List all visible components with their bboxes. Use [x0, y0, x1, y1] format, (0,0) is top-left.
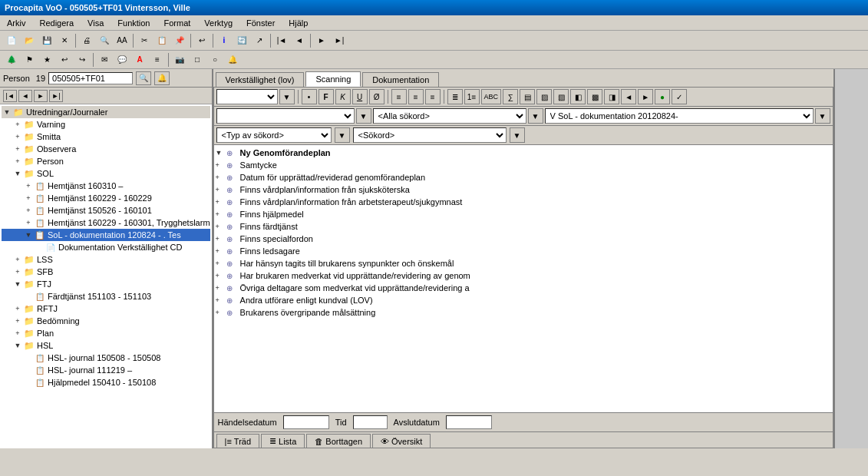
tab-verkstallighet[interactable]: Verkställighet (lov) [216, 72, 305, 87]
tree-hemtjanst4[interactable]: + 📋 Hemtjänst 160229 - 160301, Trygghets… [2, 217, 210, 229]
tb-refresh[interactable]: 🔄 [233, 33, 250, 48]
vsol-arrow[interactable]: ▼ [815, 108, 830, 124]
tree-person[interactable]: + 📁 Person [2, 155, 210, 167]
dt-row-0[interactable]: ▼ ⊕ Ny Genomförandeplan [216, 147, 831, 159]
typ-sokord-select[interactable]: <Typ av sökord> [216, 127, 332, 143]
menu-format[interactable]: Format [160, 17, 195, 29]
format-extra6[interactable]: ▩ [587, 89, 602, 104]
tb-save[interactable]: 💾 [38, 33, 55, 48]
tb2-camera[interactable]: 📷 [171, 52, 188, 68]
person-id[interactable]: 050505+TF01 [48, 72, 133, 84]
dt-row-2[interactable]: + ⊕ Datum för upprättad/reviderad genomf… [216, 171, 831, 183]
tb2-star[interactable]: ★ [38, 52, 55, 68]
sokord-arrow[interactable]: ▼ [510, 127, 525, 143]
format-extra3[interactable]: ▨ [536, 89, 552, 104]
tb2-mail[interactable]: ✉ [96, 52, 113, 68]
dt-row-1[interactable]: + ⊕ Samtycke [216, 159, 831, 171]
tree-ftj[interactable]: ▼ 📁 FTJ [2, 278, 210, 290]
format-arrow-l[interactable]: ◄ [621, 89, 636, 104]
tree-rftj[interactable]: + 📁 RFTJ [2, 302, 210, 315]
align-right[interactable]: ≡ [425, 89, 441, 104]
menu-verktyg[interactable]: Verktyg [200, 17, 236, 29]
tb2-undo2[interactable]: ↩ [56, 52, 73, 68]
format-bullet[interactable]: • [302, 89, 317, 104]
tree-hjalp[interactable]: 📋 Hjälpmedel 150410 - 150108 [2, 376, 210, 388]
dt-row-11[interactable]: + ⊕ Övriga deltagare som medverkat vid u… [216, 282, 831, 294]
format-extra2[interactable]: ▤ [520, 89, 535, 104]
tree-ftj-doc[interactable]: 📋 Färdtjänst 151103 - 151103 [2, 290, 210, 302]
format-strikethrough[interactable]: Ø [369, 89, 384, 104]
format-extra1[interactable]: ∑ [503, 89, 518, 104]
dt-row-12[interactable]: + ⊕ Andra utförare enligt kundval (LOV) [216, 294, 831, 306]
tb2-msg[interactable]: 💬 [114, 52, 130, 68]
tb2-tree[interactable]: 🌲 [3, 52, 20, 68]
format-abc[interactable]: ABC [481, 89, 502, 104]
dt-row-5[interactable]: + ⊕ Finns hjälpmedel [216, 208, 831, 220]
tree-hsl-journal1[interactable]: 📋 HSL- journal 150508 - 150508 [2, 352, 210, 364]
tree-sol-doc[interactable]: ▼ 📋 SoL - dokumentation 120824 - . Tes [2, 229, 210, 241]
tree-smitta[interactable]: + 📁 Smitta [2, 131, 210, 143]
format-italic[interactable]: K [335, 89, 351, 104]
tid-input[interactable] [353, 415, 388, 429]
dt-row-3[interactable]: + ⊕ Finns vårdplan/information från sjuk… [216, 183, 831, 196]
alla-sokord-arrow[interactable]: ▼ [528, 108, 543, 124]
menu-visa[interactable]: Visa [84, 17, 107, 29]
tb-print[interactable]: 🖨 [78, 33, 95, 48]
search-dropdown-1[interactable]: ▼ [356, 108, 371, 124]
dt-row-4[interactable]: + ⊕ Finns vårdplan/information från arbe… [216, 196, 831, 208]
tree-nav-first[interactable]: |◄ [3, 90, 17, 102]
tb-close[interactable]: ✕ [56, 33, 73, 48]
tb-new[interactable]: 📄 [3, 33, 20, 48]
tree-hsl-journal2[interactable]: 📋 HSL- journal 111219 – [2, 364, 210, 376]
alla-sokord-select[interactable]: <Alla sökord> [373, 108, 526, 124]
format-extra4[interactable]: ▧ [553, 89, 569, 104]
tree-lss[interactable]: + 📁 LSS [2, 253, 210, 266]
tb-info[interactable]: i [216, 33, 233, 48]
tb2-menu[interactable]: ≡ [149, 52, 166, 68]
person-bell-button[interactable]: 🔔 [154, 71, 170, 85]
align-center[interactable]: ≡ [408, 89, 424, 104]
typ-arrow[interactable]: ▼ [335, 127, 350, 143]
tree-hemtjanst2[interactable]: + 📋 Hemtjänst 160229 - 160229 [2, 192, 210, 204]
btab-oversikt[interactable]: 👁 Översikt [372, 434, 431, 448]
tb-first[interactable]: |◄ [273, 33, 290, 48]
sokord-select[interactable]: <Sökord> [353, 127, 507, 143]
handelsedatum-input[interactable] [283, 415, 329, 429]
dt-row-7[interactable]: + ⊕ Finns specialfordon [216, 233, 831, 245]
tb2-square[interactable]: □ [189, 52, 206, 68]
format-bold[interactable]: F [318, 89, 334, 104]
tb2-redo[interactable]: ↪ [74, 52, 91, 68]
format-dropdown-arrow[interactable]: ▼ [279, 89, 295, 104]
dt-row-13[interactable]: + ⊕ Brukarens övergripande målsättning [216, 306, 831, 319]
tb-prev[interactable]: ◄ [291, 33, 308, 48]
format-extra7[interactable]: ◨ [604, 89, 619, 104]
tree-hemtjanst1[interactable]: + 📋 Hemtjänst 160310 – [2, 180, 210, 192]
tree-sol[interactable]: ▼ 📁 SOL [2, 167, 210, 180]
tb-aa[interactable]: AA [114, 33, 130, 48]
tree-bedomning[interactable]: + 📁 Bedömning [2, 315, 210, 327]
tab-dokumentation[interactable]: Dokumentation [362, 72, 439, 87]
tb-find[interactable]: 🔍 [96, 33, 113, 48]
tb2-A[interactable]: A [131, 52, 148, 68]
list-btn[interactable]: ≣ [447, 89, 463, 104]
tree-root[interactable]: ▼ 📁 Utredningar/Journaler [2, 106, 210, 118]
tree-plan[interactable]: + 📁 Plan [2, 327, 210, 339]
tb-open[interactable]: 📂 [21, 33, 38, 48]
format-check[interactable]: ✓ [672, 89, 687, 104]
format-extra5[interactable]: ◧ [570, 89, 586, 104]
search-select-1[interactable] [216, 108, 355, 124]
tree-nav-prev[interactable]: ◄ [18, 90, 32, 102]
tree-sfb[interactable]: + 📁 SFB [2, 266, 210, 278]
person-search-button[interactable]: 🔍 [136, 71, 151, 85]
vsol-select[interactable]: V SoL - dokumentation 20120824- [545, 108, 814, 124]
tb-arrow[interactable]: ↗ [251, 33, 268, 48]
tb-paste[interactable]: 📌 [171, 33, 188, 48]
menu-funktion[interactable]: Funktion [114, 17, 153, 29]
tb2-flag[interactable]: ⚑ [21, 52, 38, 68]
tree-hsl[interactable]: ▼ 📁 HSL [2, 339, 210, 352]
font-select[interactable] [216, 89, 278, 104]
tb2-bell[interactable]: 🔔 [224, 52, 241, 68]
dt-row-10[interactable]: + ⊕ Har brukaren medverkat vid upprättan… [216, 269, 831, 282]
tab-scanning[interactable]: Scanning [305, 71, 361, 87]
btab-borttagen[interactable]: 🗑 Borttagen [306, 434, 371, 448]
